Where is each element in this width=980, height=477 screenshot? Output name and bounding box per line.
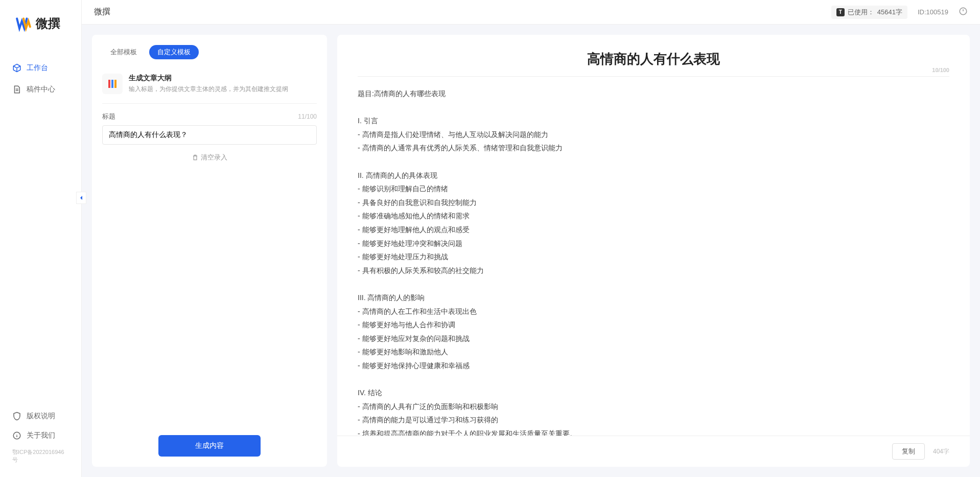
info-icon — [12, 431, 21, 440]
template-title: 生成文章大纲 — [129, 74, 317, 83]
sidebar-item-label: 工作台 — [27, 63, 48, 73]
output-content[interactable]: 题目:高情商的人有哪些表现 I. 引言 - 高情商是指人们处理情绪、与他人互动以… — [358, 87, 949, 436]
output-panel: 高情商的人有什么表现 10/100 题目:高情商的人有哪些表现 I. 引言 - … — [337, 35, 970, 467]
output-title-counter: 10/100 — [932, 67, 949, 73]
template-icon — [102, 74, 123, 94]
logout-button[interactable] — [959, 7, 968, 17]
logo-icon — [15, 15, 32, 32]
title-field-header: 标题 11/100 — [102, 112, 317, 121]
logo-text: 微撰 — [36, 15, 60, 32]
output-footer: 复制 404字 — [337, 436, 970, 467]
copy-button[interactable]: 复制 — [892, 443, 925, 460]
tab-all-templates[interactable]: 全部模板 — [102, 45, 145, 59]
nav-menu: 工作台 稿件中心 — [0, 42, 81, 406]
usage-value: 45641字 — [877, 8, 902, 17]
doc-icon — [12, 85, 21, 94]
template-tabs: 全部模板 自定义模板 — [102, 45, 317, 59]
clear-input-button[interactable]: 清空录入 — [102, 153, 317, 162]
generate-button[interactable]: 生成内容 — [158, 435, 261, 457]
chevron-left-icon — [79, 195, 84, 200]
logo: 微撰 — [0, 0, 81, 42]
shield-icon — [12, 412, 21, 421]
template-desc: 输入标题，为你提供文章主体的灵感，并为其创建推文提纲 — [129, 85, 317, 94]
sidebar-item-label: 版权说明 — [27, 412, 55, 421]
word-count: 404字 — [933, 447, 949, 456]
user-id: ID:100519 — [918, 8, 948, 16]
template-card[interactable]: 生成文章大纲 输入标题，为你提供文章主体的灵感，并为其创建推文提纲 — [102, 70, 317, 104]
top-bar: 微撰 T 已使用： 45641字 ID:100519 — [82, 0, 980, 25]
input-panel: 全部模板 自定义模板 生成文章大纲 输入标题，为你提供文章主体的灵感，并为其创建… — [92, 35, 327, 467]
field-counter: 11/100 — [298, 113, 317, 120]
sidebar-item-copyright[interactable]: 版权说明 — [0, 406, 81, 426]
sidebar-footer: 版权说明 关于我们 鄂ICP备2022016946号 — [0, 406, 81, 477]
sidebar-item-about[interactable]: 关于我们 — [0, 426, 81, 445]
usage-badge[interactable]: T 已使用： 45641字 — [831, 6, 907, 19]
sidebar-item-workbench[interactable]: 工作台 — [0, 57, 81, 79]
power-icon — [959, 7, 968, 16]
sidebar-item-label: 稿件中心 — [27, 85, 55, 94]
text-icon: T — [836, 8, 845, 16]
usage-label: 已使用： — [848, 8, 874, 17]
sidebar-collapse-handle[interactable] — [76, 192, 86, 204]
sidebar-item-label: 关于我们 — [27, 431, 55, 440]
template-info: 生成文章大纲 输入标题，为你提供文章主体的灵感，并为其创建推文提纲 — [129, 74, 317, 94]
output-title-wrap: 高情商的人有什么表现 10/100 — [358, 50, 949, 77]
page-title: 微撰 — [94, 7, 110, 17]
cube-icon — [12, 63, 21, 73]
field-label: 标题 — [102, 112, 115, 121]
left-footer: 生成内容 — [102, 435, 317, 457]
sidebar-item-drafts[interactable]: 稿件中心 — [0, 79, 81, 100]
content-area: 全部模板 自定义模板 生成文章大纲 输入标题，为你提供文章主体的灵感，并为其创建… — [82, 25, 980, 477]
title-input[interactable] — [102, 125, 317, 145]
main-area: 微撰 T 已使用： 45641字 ID:100519 全部模板 — [82, 0, 980, 477]
tab-custom-templates[interactable]: 自定义模板 — [149, 45, 199, 59]
topbar-right: T 已使用： 45641字 ID:100519 — [831, 6, 968, 19]
output-title: 高情商的人有什么表现 — [587, 51, 720, 66]
output-body: 高情商的人有什么表现 10/100 题目:高情商的人有哪些表现 I. 引言 - … — [337, 35, 970, 436]
sidebar: 微撰 工作台 稿件中心 版权说明 关于我们 鄂ICP备2022016946号 — [0, 0, 82, 477]
trash-icon — [192, 154, 199, 161]
icp-text: 鄂ICP备2022016946号 — [0, 445, 81, 467]
